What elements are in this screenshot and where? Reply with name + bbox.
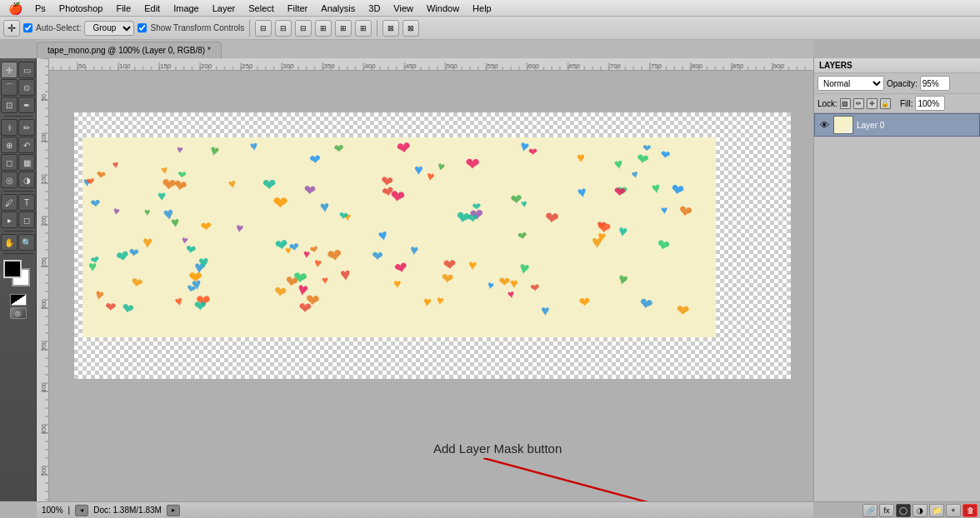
menu-edit[interactable]: Edit — [138, 3, 166, 13]
blend-mode-dropdown[interactable]: Normal Multiply Screen — [818, 76, 884, 91]
canvas-navigate-left[interactable]: ◂ — [75, 505, 88, 516]
tool-separator-2 — [3, 191, 33, 192]
layer-0-row[interactable]: 👁 Layer 0 — [814, 113, 980, 137]
lock-move-button[interactable]: ✛ — [867, 98, 878, 109]
quick-select-tool[interactable]: ⊙ — [18, 79, 35, 96]
menu-help[interactable]: Help — [467, 3, 498, 13]
pen-tool[interactable]: 🖊 — [1, 194, 18, 211]
align-bottom-button[interactable]: ⊞ — [355, 20, 372, 37]
new-layer-button[interactable]: + — [946, 504, 961, 517]
menubar: 🍎 Ps Photoshop File Edit Image Layer Sel… — [0, 0, 980, 17]
menu-window[interactable]: Window — [421, 3, 465, 13]
clone-tool[interactable]: ⊕ — [1, 137, 18, 153]
auto-select-dropdown[interactable]: Group Layer — [84, 21, 134, 36]
auto-select-checkbox[interactable] — [23, 23, 32, 32]
menu-ps[interactable]: Ps — [29, 3, 52, 13]
fill-input[interactable] — [915, 96, 945, 111]
tab-bar: tape_mono.png @ 100% (Layer 0, RGB/8) * — [37, 40, 813, 58]
type-tool[interactable]: T — [18, 194, 35, 211]
canvas-navigate-right[interactable]: ▸ — [167, 505, 180, 516]
blur-tool[interactable]: ◎ — [1, 172, 18, 188]
new-group-button[interactable]: 📁 — [929, 504, 944, 517]
menu-select[interactable]: Select — [242, 3, 280, 13]
status-bar: 100% | ◂ Doc: 1.38M/1.83M ▸ — [37, 501, 813, 518]
dodge-tool[interactable]: ◑ — [18, 172, 35, 188]
opacity-input[interactable] — [920, 76, 950, 91]
align-top-button[interactable]: ⊞ — [315, 20, 332, 37]
tab-title: tape_mono.png @ 100% (Layer 0, RGB/8) * — [48, 46, 211, 55]
lock-all-button[interactable]: 🔒 — [880, 98, 891, 109]
default-colors-button[interactable] — [10, 294, 27, 306]
brush-tool[interactable]: ✏ — [18, 119, 35, 136]
layers-bottom-bar: 🔗 fx ◯ ◑ 📁 + 🗑 — [813, 501, 980, 518]
shape-tool[interactable]: ◻ — [18, 212, 35, 228]
doc-size: Doc: 1.38M/1.83M — [93, 506, 162, 515]
layers-panel-header: LAYERS — [814, 58, 980, 73]
tool-separator-1 — [3, 116, 33, 117]
apple-menu[interactable]: 🍎 — [3, 2, 28, 15]
tape-image: ♥♥♥❤❤❤♥❤❤♥❤❤♥❤♥♥♥♥❤♥❤❤❤♥♥❤❤❤♥❤♥❤♥❤♥❤❤❤❤♥… — [82, 137, 716, 337]
tool-separator-3 — [3, 231, 33, 232]
quick-mask-button[interactable]: ◎ — [10, 307, 27, 319]
options-bar: ✛ Auto-Select: Group Layer Show Transfor… — [0, 17, 980, 40]
layer-visibility-toggle[interactable]: 👁 — [818, 119, 830, 131]
menu-analysis[interactable]: Analysis — [315, 3, 361, 13]
lasso-tool[interactable]: ⌒ — [1, 79, 18, 96]
transform-label: Show Transform Controls — [150, 23, 244, 32]
annotation-text: Add Layer Mask button — [433, 441, 562, 456]
layers-controls: Normal Multiply Screen Opacity: — [814, 73, 980, 94]
opacity-label: Opacity: — [887, 79, 918, 88]
layer-thumbnail — [833, 116, 853, 134]
align-center-button[interactable]: ⊟ — [275, 20, 292, 37]
annotation-container: Add Layer Mask button — [433, 441, 667, 456]
fill-label: Fill: — [900, 99, 913, 108]
new-adjustment-button[interactable]: ◑ — [912, 504, 928, 517]
distribute-v-button[interactable]: ⊠ — [402, 20, 419, 37]
menu-view[interactable]: View — [388, 3, 419, 13]
menu-3d[interactable]: 3D — [362, 3, 386, 13]
tool-separator-4 — [3, 253, 33, 254]
move-tool[interactable]: ✛ — [1, 62, 18, 78]
opt-separator-1 — [249, 20, 250, 37]
transform-checkbox[interactable] — [138, 23, 147, 32]
align-left-button[interactable]: ⊟ — [255, 20, 272, 37]
opt-separator-2 — [377, 20, 378, 37]
eraser-tool[interactable]: ◻ — [1, 154, 18, 171]
spot-heal-tool[interactable]: ⚕ — [1, 119, 18, 136]
align-middle-button[interactable]: ⊞ — [335, 20, 352, 37]
delete-layer-button[interactable]: 🗑 — [962, 504, 978, 517]
hand-tool[interactable]: ✋ — [1, 234, 18, 251]
eyedropper-tool[interactable]: ✒ — [18, 97, 35, 113]
history-tool[interactable]: ↶ — [18, 137, 35, 153]
distribute-h-button[interactable]: ⊠ — [382, 20, 399, 37]
selection-tool[interactable]: ▭ — [18, 62, 35, 78]
menu-filter[interactable]: Filter — [282, 3, 313, 13]
layers-panel: LAYERS Normal Multiply Screen Opacity: L… — [813, 58, 980, 501]
path-select-tool[interactable]: ▸ — [1, 212, 18, 228]
canvas-area[interactable]: ♥♥♥❤❤❤♥❤❤♥❤❤♥❤♥♥♥♥❤♥❤❤❤♥♥❤❤❤♥❤♥❤♥❤♥❤❤❤❤♥… — [49, 71, 813, 501]
menu-layer[interactable]: Layer — [207, 3, 242, 13]
ruler-top — [37, 58, 813, 71]
add-mask-button[interactable]: ◯ — [896, 504, 911, 517]
auto-select-label: Auto-Select: — [36, 23, 81, 32]
move-tool-button[interactable]: ✛ — [3, 20, 20, 37]
foreground-color[interactable] — [3, 260, 22, 278]
gradient-tool[interactable]: ▦ — [18, 154, 35, 171]
menu-photoshop[interactable]: Photoshop — [53, 3, 109, 13]
align-right-button[interactable]: ⊟ — [295, 20, 312, 37]
canvas-container: ♥♥♥❤❤❤♥❤❤♥❤❤♥❤♥♥♥♥❤♥❤❤❤♥♥❤❤❤♥❤♥❤♥❤♥❤❤❤❤♥… — [74, 112, 791, 379]
zoom-tool[interactable]: 🔍 — [18, 234, 35, 251]
toolbox: ✛ ▭ ⌒ ⊙ ⊡ ✒ ⚕ ✏ ⊕ ↶ ◻ ▦ ◎ ◑ 🖊 T ▸ ◻ ✋ 🔍 — [0, 58, 37, 501]
ruler-left — [37, 58, 49, 501]
crop-tool[interactable]: ⊡ — [1, 97, 18, 113]
lock-transparent-button[interactable]: ▨ — [840, 98, 851, 109]
link-layers-button[interactable]: 🔗 — [862, 504, 878, 517]
menu-file[interactable]: File — [110, 3, 137, 13]
lock-image-button[interactable]: ✏ — [853, 98, 864, 109]
lock-label: Lock: — [818, 99, 838, 108]
layer-name: Layer 0 — [857, 121, 976, 130]
active-tab[interactable]: tape_mono.png @ 100% (Layer 0, RGB/8) * — [37, 42, 222, 58]
menu-image[interactable]: Image — [168, 3, 205, 13]
layer-fx-button[interactable]: fx — [879, 504, 894, 517]
layers-lock-row: Lock: ▨ ✏ ✛ 🔒 Fill: — [814, 94, 980, 113]
